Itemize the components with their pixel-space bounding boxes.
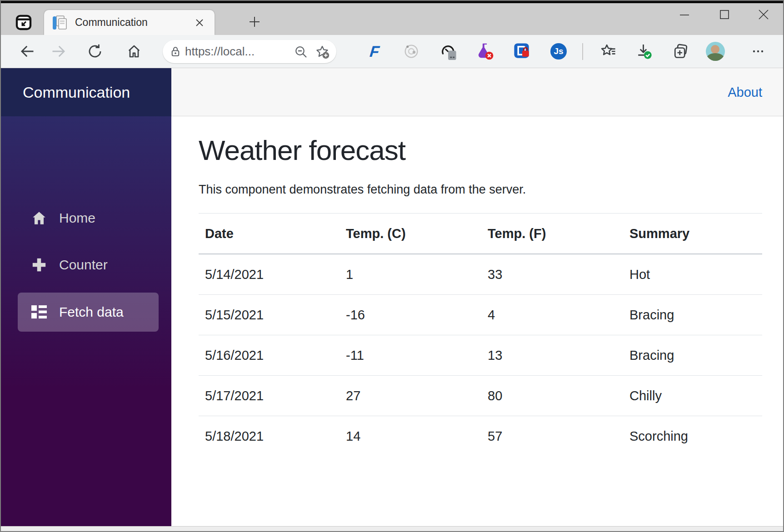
table-cell: -16 [340, 295, 481, 335]
tab-favicon [51, 14, 70, 31]
avatar-body [707, 53, 724, 61]
table-header-row: DateTemp. (C)Temp. (F)Summary [199, 214, 762, 254]
lock-icon[interactable] [169, 45, 182, 59]
sidebar-item-label: Fetch data [59, 304, 124, 320]
table-header: DateTemp. (C)Temp. (F)Summary [199, 214, 762, 254]
sidebar-item-fetch-data[interactable]: Fetch data [18, 293, 159, 332]
new-tab-icon[interactable] [248, 15, 261, 28]
favorites-icon[interactable] [599, 42, 618, 60]
orbit-extension-icon[interactable] [402, 42, 420, 60]
table-cell: Chilly [623, 376, 762, 416]
toolbar-separator [582, 43, 583, 60]
window-minimize-button[interactable] [679, 9, 690, 21]
tab-close-icon[interactable] [195, 18, 205, 28]
table-header-cell: Temp. (C) [340, 214, 481, 254]
table-cell: 5/16/2021 [199, 335, 340, 376]
table-cell: 27 [340, 376, 481, 416]
page-title: Weather forecast [199, 136, 762, 164]
list-rich-icon [30, 304, 48, 320]
table-row: 5/15/2021-164Bracing [199, 295, 762, 335]
url-text: https://local... [185, 40, 255, 63]
table-cell: 5/18/2021 [199, 416, 340, 457]
sidebar-item-counter[interactable]: Counter [18, 245, 159, 284]
add-favorite-icon[interactable] [315, 44, 330, 60]
avatar-image [706, 42, 725, 61]
browser-toolbar: https://local... F [1, 35, 783, 68]
password-manager-extension-icon[interactable] [512, 41, 532, 61]
plus-icon [30, 257, 48, 273]
flask-extension-icon[interactable] [475, 41, 495, 61]
home-icon [30, 210, 48, 226]
fiddler-extension-icon[interactable]: F [369, 43, 380, 60]
table-cell: 33 [481, 254, 623, 295]
table-cell: 13 [481, 335, 623, 376]
gauge-extension-icon[interactable] [438, 41, 458, 61]
table-cell: 5/17/2021 [199, 376, 340, 416]
table-row: 5/18/20211457Scorching [199, 416, 762, 457]
window-close-button[interactable] [758, 9, 769, 20]
window-top-edge [0, 0, 784, 3]
zoom-out-icon[interactable] [294, 45, 308, 59]
back-icon[interactable] [19, 43, 35, 60]
browser-tab[interactable]: Communication [44, 10, 215, 35]
table-cell: 5/15/2021 [199, 295, 340, 335]
main-content: About Weather forecast This component de… [171, 68, 783, 527]
table-header-cell: Temp. (F) [481, 214, 623, 254]
table-row: 5/16/2021-1113Bracing [199, 335, 762, 376]
tab-title: Communication [75, 10, 148, 35]
window-bottom-edge [1, 526, 783, 531]
table-row: 5/14/2021133Hot [199, 254, 762, 295]
reload-icon[interactable] [87, 43, 103, 60]
address-bar[interactable]: https://local... [163, 40, 336, 63]
table-cell: -11 [340, 335, 481, 376]
forecast-table-body: 5/14/2021133Hot5/15/2021-164Bracing5/16/… [199, 254, 762, 456]
weather-forecast-table: DateTemp. (C)Temp. (F)Summary 5/14/20211… [199, 213, 762, 456]
sidebar-item-label: Home [59, 210, 95, 226]
table-cell: 5/14/2021 [199, 254, 340, 295]
table-cell: 57 [481, 416, 623, 457]
table-cell: 1 [340, 254, 481, 295]
about-link[interactable]: About [728, 68, 762, 116]
home-button-icon[interactable] [126, 43, 142, 60]
window-maximize-button[interactable] [719, 9, 730, 20]
sidebar: Communication Home Counter [1, 68, 171, 527]
page-description: This component demonstrates fetching dat… [199, 183, 762, 197]
table-cell: 80 [481, 376, 623, 416]
profile-avatar[interactable] [706, 42, 725, 61]
json-viewer-label: Js [550, 43, 567, 60]
table-header-cell: Summary [623, 214, 762, 254]
browser-tab-bar: Communication [1, 3, 783, 35]
sidebar-brand-band: Communication [1, 68, 171, 116]
sidebar-item-label: Counter [59, 257, 108, 273]
table-cell: Bracing [623, 295, 762, 335]
table-cell: Bracing [623, 335, 762, 376]
table-cell: 4 [481, 295, 623, 335]
forward-icon[interactable] [50, 43, 67, 60]
app-brand[interactable]: Communication [23, 68, 130, 116]
json-viewer-extension-icon[interactable]: Js [550, 43, 567, 60]
content-top-row: About [171, 68, 783, 116]
settings-more-icon[interactable] [750, 44, 766, 59]
collections-icon[interactable] [671, 42, 690, 61]
downloads-icon[interactable] [634, 42, 654, 61]
table-cell: Hot [623, 254, 762, 295]
app-window: Communication Home Counter [1, 68, 783, 527]
page-body: Weather forecast This component demonstr… [199, 116, 762, 527]
workspaces-icon[interactable] [15, 13, 33, 31]
table-cell: 14 [340, 416, 481, 457]
sidebar-item-home[interactable]: Home [18, 199, 159, 238]
table-header-cell: Date [199, 214, 340, 254]
avatar-head [711, 45, 719, 54]
table-cell: Scorching [623, 416, 762, 457]
table-row: 5/17/20212780Chilly [199, 376, 762, 416]
